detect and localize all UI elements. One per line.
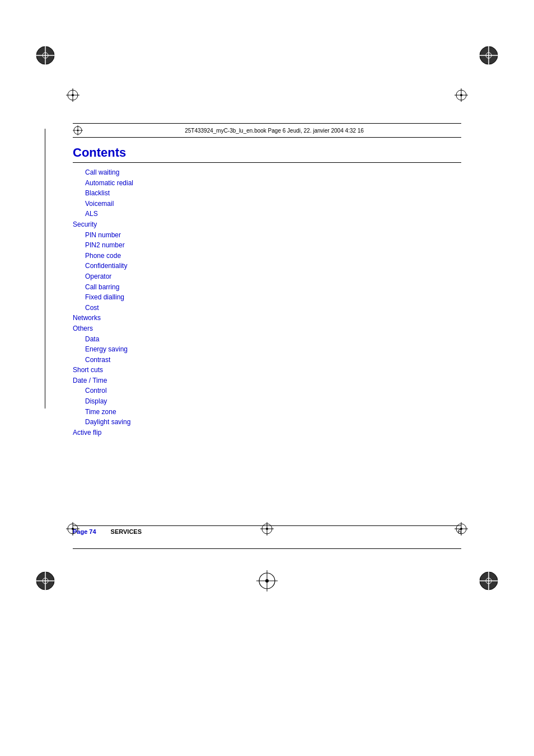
toc-item-9[interactable]: Confidentiality [85,261,461,271]
toc-item-25[interactable]: Active flip [73,428,461,438]
left-rule-line [45,129,45,408]
toc-item-6[interactable]: PIN number [85,230,461,241]
toc-item-21[interactable]: Control [85,386,461,396]
reg-mark-br-inner [455,522,468,538]
reg-mark-bl-inner [66,522,79,538]
svg-point-11 [72,94,74,96]
corner-mark-tl [35,45,56,68]
toc-item-19[interactable]: Short cuts [73,365,461,375]
svg-point-31 [460,528,462,530]
corner-mark-bl [35,570,56,594]
svg-point-27 [266,528,268,530]
toc-item-15[interactable]: Others [73,323,461,334]
svg-point-23 [72,528,74,530]
corner-mark-br [478,570,499,594]
header-file-info: 25T433924_myC-3b_lu_en.book Page 6 Jeudi… [87,128,461,134]
bottom-rule [73,548,461,549]
toc-item-13[interactable]: Cost [85,303,461,313]
footer-page-info: Page 74 SERVICES [73,528,142,535]
toc-item-11[interactable]: Call barring [85,282,461,293]
toc-item-23[interactable]: Time zone [85,407,461,417]
toc-item-7[interactable]: PIN2 number [85,240,461,251]
toc-item-18[interactable]: Contrast [85,355,461,365]
content-area: Contents Call waitingAutomatic redialBla… [73,145,461,438]
corner-mark-tr [478,45,499,68]
toc-item-0[interactable]: Call waiting [85,167,461,178]
toc-item-22[interactable]: Display [85,396,461,407]
toc-item-16[interactable]: Data [85,334,461,345]
toc-item-5[interactable]: Security [73,219,461,230]
toc-item-3[interactable]: Voicemail [85,199,461,209]
reg-mark-bc [260,522,274,538]
page-container: 25T433924_myC-3b_lu_en.book Page 6 Jeudi… [0,0,534,756]
corner-mark-bc [256,570,278,594]
header-bar: 25T433924_myC-3b_lu_en.book Page 6 Jeudi… [73,123,461,138]
toc-list: Call waitingAutomatic redialBlacklistVoi… [73,167,461,438]
toc-item-12[interactable]: Fixed dialling [85,292,461,303]
page-title: Contents [73,145,461,163]
toc-item-1[interactable]: Automatic redial [85,178,461,189]
svg-point-39 [265,579,269,583]
toc-item-8[interactable]: Phone code [85,251,461,261]
svg-point-19 [77,130,79,132]
toc-item-10[interactable]: Operator [85,271,461,282]
toc-item-17[interactable]: Energy saving [85,344,461,355]
toc-item-24[interactable]: Daylight saving [85,417,461,428]
reg-mark-tr [455,88,468,104]
reg-mark-tl [66,88,79,104]
toc-item-14[interactable]: Networks [73,313,461,323]
toc-item-4[interactable]: ALS [85,209,461,219]
toc-item-2[interactable]: Blacklist [85,188,461,199]
svg-point-15 [460,94,462,96]
toc-item-20[interactable]: Date / Time [73,375,461,386]
footer-section: SERVICES [111,528,142,535]
